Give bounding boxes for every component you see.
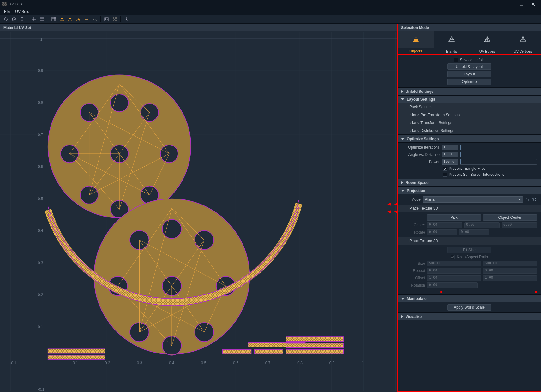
tab-islands[interactable]: Islands bbox=[434, 48, 469, 54]
center-y-input[interactable]: 0.00 bbox=[464, 222, 500, 228]
object-center-button[interactable]: Object Center bbox=[483, 214, 537, 221]
optimize-button[interactable]: Optimize bbox=[447, 79, 491, 85]
prevent-flips-label: Prevent Triangle Flips bbox=[449, 166, 485, 171]
center-x-input[interactable]: 0.00 bbox=[427, 222, 462, 228]
redo-button[interactable] bbox=[10, 16, 17, 23]
menu-file[interactable]: File bbox=[2, 8, 13, 15]
menu-uvsets[interactable]: UV Sets bbox=[13, 8, 32, 15]
island-transform-header[interactable]: Island Transform Settings bbox=[398, 119, 541, 127]
window-title: UV Editor bbox=[9, 2, 505, 6]
unfold-layout-button[interactable]: Unfold & Layout bbox=[447, 63, 491, 70]
close-button[interactable] bbox=[527, 0, 539, 8]
sew-on-unfold-checkbox[interactable] bbox=[454, 58, 458, 62]
svg-point-50 bbox=[525, 41, 526, 42]
pick-button[interactable]: Pick bbox=[427, 214, 481, 221]
maximize-button[interactable] bbox=[516, 0, 527, 8]
tri-tool-5[interactable] bbox=[91, 16, 98, 23]
repeat-y-input[interactable]: 0.00 bbox=[483, 268, 537, 274]
svg-text:0.3: 0.3 bbox=[38, 261, 43, 265]
svg-text:0.9: 0.9 bbox=[329, 361, 335, 365]
selection-mode-icons bbox=[398, 31, 541, 48]
svg-text:0.2: 0.2 bbox=[38, 293, 43, 297]
mode-objects-icon[interactable] bbox=[398, 31, 434, 48]
center-z-input[interactable]: 0.00 bbox=[502, 222, 537, 228]
fit-size-button[interactable]: Fit Size bbox=[447, 247, 491, 253]
svg-text:-0.1: -0.1 bbox=[38, 387, 45, 392]
sew-on-unfold-label: Sew on Unfold bbox=[460, 58, 484, 62]
grid-tool[interactable] bbox=[50, 16, 57, 23]
offset-x-input[interactable]: 1.00 bbox=[427, 275, 481, 281]
optimize-iterations-slider[interactable] bbox=[460, 145, 537, 150]
optimize-iterations-input[interactable]: 1 bbox=[442, 145, 458, 150]
tab-uv-edges[interactable]: UV Edges bbox=[469, 48, 505, 54]
minimize-button[interactable] bbox=[505, 0, 516, 8]
tri-tool-2[interactable] bbox=[67, 16, 74, 23]
svg-text:0.9: 0.9 bbox=[38, 68, 43, 73]
angle-distance-input[interactable]: 1.00 bbox=[442, 152, 458, 157]
svg-point-8 bbox=[126, 19, 127, 20]
tri-tool-3[interactable] bbox=[75, 16, 82, 23]
layout-button[interactable]: Layout bbox=[447, 71, 491, 77]
svg-rect-41 bbox=[48, 355, 105, 360]
tri-tool-4[interactable] bbox=[83, 16, 90, 23]
move-tool[interactable] bbox=[30, 16, 37, 23]
manipulate-header[interactable]: Manipulate bbox=[398, 294, 541, 302]
image-tool[interactable] bbox=[103, 16, 110, 23]
undo-button[interactable] bbox=[2, 16, 9, 23]
place-texture-2d-header[interactable]: Place Texture 2D bbox=[398, 237, 541, 245]
rotate3d-label: Rotate bbox=[402, 230, 425, 235]
projection-header[interactable]: Projection bbox=[398, 187, 541, 194]
axis-tool[interactable] bbox=[123, 16, 130, 23]
unfold-settings-header[interactable]: Unfold Settings bbox=[398, 87, 541, 95]
offset-label: Offset bbox=[402, 276, 425, 280]
power-input[interactable]: 100 % bbox=[442, 159, 458, 165]
tab-objects[interactable]: Objects bbox=[398, 48, 434, 54]
power-slider[interactable] bbox=[460, 159, 537, 165]
projection-mode-label: Mode bbox=[402, 197, 421, 202]
size-y-input[interactable]: 500.00 bbox=[483, 261, 537, 266]
divider-handles[interactable] bbox=[385, 202, 399, 214]
room-space-header[interactable]: Room Space bbox=[398, 179, 541, 187]
repeat-x-input[interactable]: 0.00 bbox=[427, 268, 481, 274]
angle-distance-slider[interactable] bbox=[460, 152, 537, 157]
rotate-y-input[interactable]: 0.00 bbox=[459, 229, 489, 235]
pack-settings-header[interactable]: Pack Settings bbox=[398, 103, 541, 111]
svg-text:1: 1 bbox=[362, 361, 364, 365]
place-texture-3d-header[interactable]: Place Texture 3D bbox=[398, 205, 541, 212]
uv-viewport[interactable]: -0.1 0.1 0.2 0.3 0.4 0.5 0.6 0.7 0.8 0.9… bbox=[0, 31, 397, 392]
svg-text:0.4: 0.4 bbox=[169, 361, 174, 365]
power-label: Power bbox=[402, 160, 440, 164]
rotation2d-input[interactable]: 0.00 bbox=[427, 282, 478, 288]
svg-text:0.8: 0.8 bbox=[297, 361, 303, 365]
reset-icon[interactable] bbox=[532, 197, 537, 202]
lock-icon[interactable] bbox=[525, 197, 530, 202]
offset-y-input[interactable]: 1.00 bbox=[483, 275, 537, 281]
keep-aspect-checkbox[interactable] bbox=[451, 255, 455, 259]
size-x-input[interactable]: 500.00 bbox=[427, 261, 481, 266]
tri-tool-1[interactable] bbox=[58, 16, 65, 23]
rotate-x-input[interactable]: 0.00 bbox=[427, 229, 457, 235]
prevent-flips-checkbox[interactable] bbox=[443, 167, 447, 171]
visualize-header[interactable]: Visualize bbox=[398, 312, 541, 320]
island-pre-transform-header[interactable]: Island Pre-Transform Settings bbox=[398, 111, 541, 119]
prevent-borders-checkbox[interactable] bbox=[443, 173, 447, 177]
island-distribution-header[interactable]: Island Distribution Settings bbox=[398, 127, 541, 135]
frame-tool[interactable] bbox=[39, 16, 45, 23]
trash-button[interactable] bbox=[19, 16, 26, 23]
mode-verts-icon[interactable] bbox=[505, 31, 541, 48]
svg-rect-51 bbox=[526, 199, 529, 201]
svg-text:0.6: 0.6 bbox=[38, 164, 43, 169]
mode-islands-icon[interactable] bbox=[434, 31, 469, 48]
apply-world-scale-button[interactable]: Apply World Scale bbox=[447, 304, 491, 311]
optimize-settings-header[interactable]: Optimize Settings bbox=[398, 135, 541, 143]
angle-distance-label: Angle vs. Distance bbox=[402, 152, 440, 157]
layout-settings-header[interactable]: Layout Settings bbox=[398, 95, 541, 103]
toolbar bbox=[0, 15, 541, 24]
tab-uv-vertices[interactable]: UV Vertices bbox=[505, 48, 541, 54]
mode-edges-icon[interactable] bbox=[469, 31, 505, 48]
svg-rect-4 bbox=[40, 17, 44, 21]
svg-rect-42 bbox=[223, 349, 251, 354]
selection-mode-tabs: Objects Islands UV Edges UV Vertices bbox=[398, 48, 541, 55]
checker-tool[interactable] bbox=[111, 16, 118, 23]
projection-mode-dropdown[interactable]: Planar bbox=[423, 196, 523, 203]
